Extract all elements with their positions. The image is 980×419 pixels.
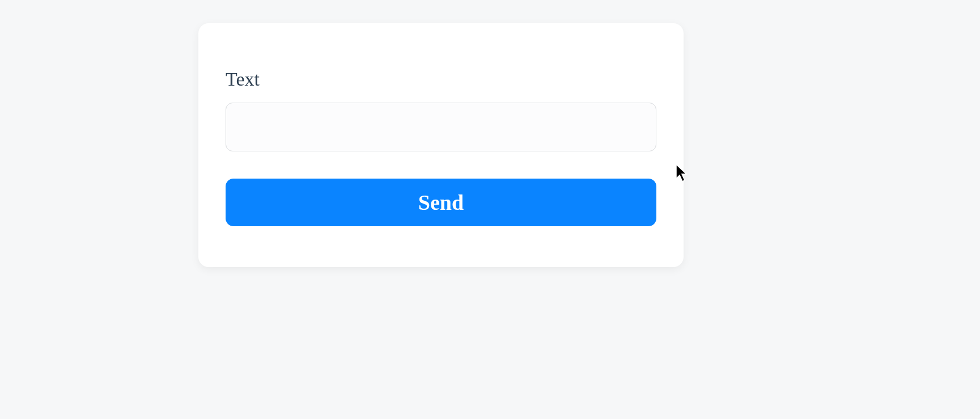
send-button[interactable]: Send — [226, 179, 656, 226]
text-input[interactable] — [226, 103, 656, 151]
form-card: Text Send — [198, 23, 684, 267]
text-field-label: Text — [226, 69, 656, 90]
